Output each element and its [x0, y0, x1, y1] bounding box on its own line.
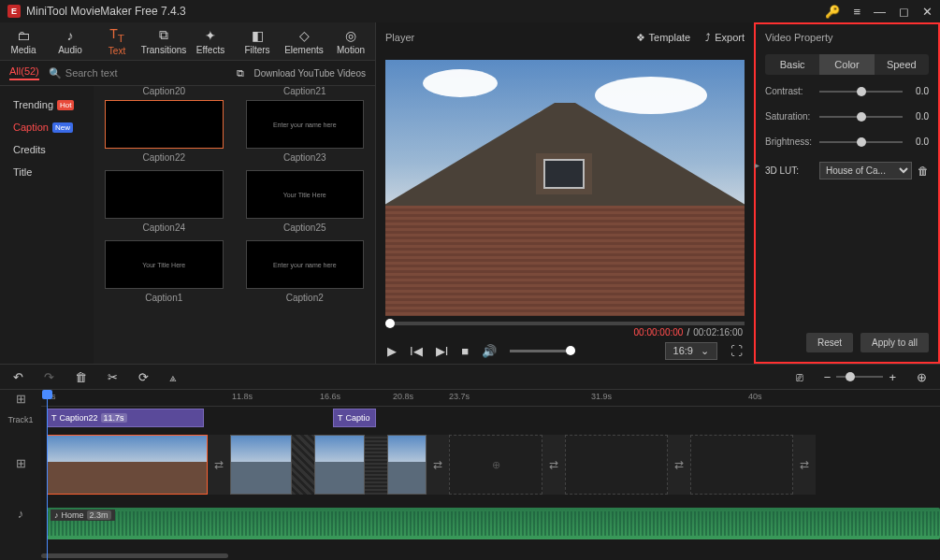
tab-media[interactable]: 🗀Media [0, 22, 47, 60]
caption-preview: Enter your name here [246, 100, 365, 149]
close-button[interactable]: ✕ [922, 5, 933, 19]
caption-clip[interactable]: T Caption22 11.7s [47, 409, 204, 427]
empty-clip-slot[interactable] [565, 435, 668, 495]
expand-panel-icon[interactable]: ▸ [755, 160, 759, 170]
seg-speed[interactable]: Speed [875, 54, 929, 75]
next-frame-button[interactable]: ▶I [436, 344, 449, 358]
caption-thumb[interactable]: Enter your name hereCaption23 [246, 100, 365, 163]
tab-motion[interactable]: ◎Motion [327, 22, 374, 60]
video-track-icon[interactable]: ⊞ [0, 433, 41, 493]
caption-label: Caption22 [142, 152, 185, 163]
video-clip[interactable] [314, 435, 365, 495]
speed-button[interactable]: ⟳ [138, 370, 149, 384]
caption-thumb[interactable]: Enter your name hereCaption2 [246, 240, 365, 303]
license-key-icon[interactable]: 🔑 [825, 5, 840, 19]
sidebar-item-caption[interactable]: CaptionNew [0, 116, 94, 138]
volume-icon[interactable]: 🔊 [482, 344, 497, 358]
app-title: MiniTool MovieMaker Free 7.4.3 [26, 5, 825, 18]
app-logo: E [7, 5, 21, 18]
split-button[interactable]: ✂ [108, 370, 118, 384]
fullscreen-button[interactable]: ⛶ [730, 344, 743, 358]
saturation-slider[interactable] [819, 116, 903, 118]
text-clip-icon: T [338, 413, 343, 423]
menu-icon[interactable]: ≡ [853, 5, 860, 19]
video-clip[interactable] [230, 435, 292, 495]
minimize-button[interactable]: — [874, 5, 886, 19]
search-input[interactable]: 🔍 Search text [49, 67, 228, 79]
playhead[interactable] [47, 390, 48, 560]
download-youtube-link[interactable]: Download YouTube Videos [253, 68, 366, 79]
seg-basic[interactable]: Basic [765, 54, 819, 75]
timeline-scrollbar[interactable] [41, 553, 228, 558]
caption-thumb[interactable]: Caption22 [105, 100, 224, 163]
caption-thumb[interactable]: Caption24 [105, 170, 224, 233]
caption-clip[interactable]: T Captio [333, 409, 376, 427]
tab-transitions[interactable]: ⧉Transitions [140, 22, 187, 60]
caption-thumb[interactable]: Your Title HereCaption1 [105, 240, 224, 303]
tab-label: Transitions [141, 45, 187, 55]
zoom-in-button[interactable]: + [889, 370, 896, 384]
caption-thumb[interactable]: Your Title HereCaption25 [246, 170, 365, 233]
tab-effects[interactable]: ✦Effects [187, 22, 234, 60]
mixer-icon[interactable]: ⎚ [796, 370, 803, 384]
undo-button[interactable]: ↶ [13, 370, 23, 384]
filter-all[interactable]: All(52) [9, 65, 39, 80]
new-badge: New [52, 122, 73, 133]
video-preview[interactable] [385, 60, 745, 316]
maximize-button[interactable]: ◻ [899, 5, 909, 19]
transition-slot[interactable] [292, 435, 314, 495]
player-title: Player [385, 32, 621, 43]
transition-slot[interactable]: ⇄ [208, 435, 230, 495]
transition-slot[interactable]: ⇄ [793, 435, 816, 495]
aspect-ratio-select[interactable]: 16:9⌄ [665, 342, 717, 360]
caption-preview: Enter your name here [246, 240, 365, 289]
audio-track-icon[interactable]: ♪ [0, 493, 41, 534]
sidebar-item-trending[interactable]: TrendingHot [0, 93, 94, 116]
tab-filters[interactable]: ◧Filters [234, 22, 281, 60]
filters-icon: ◧ [252, 28, 264, 43]
empty-clip-slot[interactable]: ⊕ [449, 435, 542, 495]
template-button[interactable]: ❖Template [636, 32, 691, 44]
prop-label: Brightness: [765, 136, 814, 147]
apply-all-button[interactable]: Apply to all [860, 333, 929, 352]
timeline-ruler[interactable]: 0s 11.8s 16.6s 20.8s 23.7s 31.9s 40s [41, 390, 940, 407]
transition-slot[interactable] [365, 435, 387, 495]
contrast-slider[interactable] [819, 91, 903, 93]
tab-elements[interactable]: ◇Elements [281, 22, 327, 60]
brightness-slider[interactable] [819, 141, 903, 143]
export-button[interactable]: ⤴Export [705, 32, 745, 43]
seg-color[interactable]: Color [819, 54, 874, 75]
reset-button[interactable]: Reset [806, 333, 853, 352]
lut-delete-icon[interactable]: 🗑 [918, 165, 929, 178]
transition-slot[interactable]: ⇄ [542, 435, 565, 495]
prev-frame-button[interactable]: I◀ [410, 344, 423, 358]
zoom-fit-button[interactable]: ⊕ [917, 370, 927, 384]
lut-select[interactable]: House of Ca... [819, 162, 912, 179]
caption-preview [105, 100, 224, 149]
transition-slot[interactable]: ⇄ [427, 435, 449, 495]
zoom-slider[interactable] [836, 376, 883, 378]
elements-icon: ◇ [299, 28, 310, 43]
volume-slider[interactable] [510, 350, 575, 352]
sidebar-item-credits[interactable]: Credits [0, 138, 94, 161]
video-clip[interactable] [387, 435, 427, 495]
stop-button[interactable]: ■ [461, 344, 469, 358]
redo-button[interactable]: ↷ [44, 370, 54, 384]
delete-button[interactable]: 🗑 [75, 370, 87, 384]
sidebar-item-title[interactable]: Title [0, 161, 94, 183]
transition-slot[interactable]: ⇄ [668, 435, 690, 495]
caption-label: Caption1 [145, 293, 182, 303]
crop-button[interactable]: ⟁ [169, 370, 177, 384]
zoom-out-button[interactable]: − [824, 370, 832, 384]
audio-clip-icon: ♪ [54, 510, 59, 520]
empty-clip-slot[interactable] [690, 435, 793, 495]
tab-audio[interactable]: ♪Audio [47, 22, 94, 60]
tab-text[interactable]: TTText [94, 22, 140, 60]
audio-clip[interactable]: ♪ Home 2.3m [47, 508, 940, 539]
video-clip[interactable] [47, 435, 208, 495]
play-button[interactable]: ▶ [387, 344, 397, 358]
export-icon: ⤴ [705, 32, 711, 43]
progress-bar[interactable] [385, 322, 745, 325]
caption-label: Caption24 [142, 223, 185, 233]
timeline-settings-icon[interactable]: ⊞ [0, 390, 41, 407]
